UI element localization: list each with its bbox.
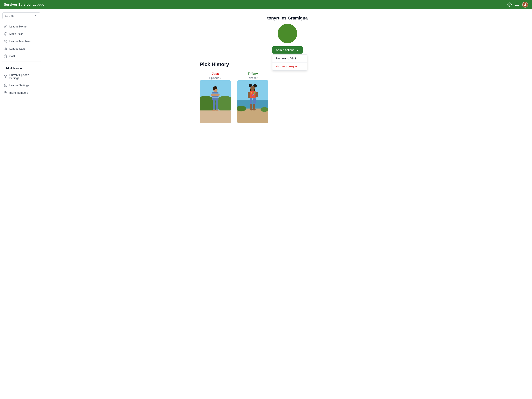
settings-icon[interactable] <box>507 3 512 7</box>
svg-point-8 <box>5 85 6 86</box>
svg-rect-49 <box>253 98 256 104</box>
pick-card-tiffany: Tiffany Episode 1 <box>237 72 268 123</box>
svg-rect-16 <box>200 110 231 123</box>
svg-point-19 <box>213 87 215 90</box>
pick-image-tiffany <box>237 80 268 123</box>
svg-point-44 <box>254 92 255 94</box>
bell-icon[interactable] <box>515 3 519 7</box>
sidebar-item-label: League Stats <box>9 47 25 50</box>
sidebar-item-league-stats[interactable]: League Stats <box>1 45 41 52</box>
sidebar-item-league-settings[interactable]: League Settings <box>1 82 41 89</box>
main-content: tonyrules Gramigna Admin Actions Promote… <box>43 9 532 399</box>
topnav-icons <box>507 2 528 8</box>
pick-episode-tiffany: Episode 1 <box>247 76 259 79</box>
admin-actions-dropdown: Promote to Admin Kick from League <box>272 54 307 71</box>
chevron-down-icon <box>35 14 38 17</box>
admin-actions-label: Admin Actions <box>276 48 294 52</box>
picks-grid: Jess Episode 2 <box>200 72 375 123</box>
svg-point-9 <box>5 91 6 93</box>
sidebar-item-label: Make Picks <box>9 32 23 35</box>
svg-point-43 <box>252 95 253 97</box>
svg-point-34 <box>260 107 268 112</box>
sidebar: SSL 46 League Home Make Picks League Mem… <box>0 9 43 399</box>
svg-point-53 <box>253 109 256 110</box>
sidebar-item-label: Invite Members <box>9 91 28 94</box>
sidebar-item-league-members[interactable]: League Members <box>1 38 41 45</box>
sidebar-item-label: League Members <box>9 40 31 43</box>
admin-section-label: Administration <box>1 64 41 71</box>
chevron-down-icon <box>296 49 299 52</box>
profile-section: tonyrules Gramigna Admin Actions Promote… <box>267 16 308 54</box>
cast-icon <box>4 54 7 58</box>
svg-rect-50 <box>250 104 252 109</box>
sidebar-item-label: Cast <box>9 55 15 58</box>
svg-rect-51 <box>253 104 255 109</box>
pick-episode-jess: Episode 2 <box>209 76 222 79</box>
kick-from-league-item[interactable]: Kick from League <box>272 63 307 70</box>
sidebar-item-cast[interactable]: Cast <box>1 53 41 60</box>
svg-rect-40 <box>250 91 256 98</box>
pick-history-section: Pick History Jess Episode 2 <box>200 61 375 123</box>
svg-rect-27 <box>216 100 218 110</box>
home-icon <box>4 25 7 28</box>
svg-point-2 <box>5 40 6 41</box>
svg-point-42 <box>253 94 254 95</box>
svg-point-0 <box>509 4 510 5</box>
svg-point-1 <box>525 3 526 5</box>
sidebar-item-label: League Settings <box>9 84 29 87</box>
sidebar-item-current-episode[interactable]: Current Episode Settings <box>1 72 41 81</box>
svg-point-47 <box>248 96 250 98</box>
pick-name-tiffany: Tiffany <box>248 72 258 76</box>
top-navigation: Survivor Survivor League <box>0 0 532 9</box>
sidebar-item-label: League Home <box>9 25 26 28</box>
sidebar-item-league-home[interactable]: League Home <box>1 23 41 30</box>
svg-point-41 <box>251 92 252 94</box>
app-title: Survivor Survivor League <box>4 3 44 7</box>
promote-to-admin-item[interactable]: Promote to Admin <box>272 55 307 62</box>
sidebar-divider <box>1 62 41 62</box>
league-selector[interactable]: SSL 46 <box>2 13 40 19</box>
profile-avatar <box>278 24 297 43</box>
svg-rect-46 <box>255 92 258 97</box>
pick-image-jess <box>200 80 231 123</box>
members-icon <box>4 39 7 43</box>
user-avatar[interactable] <box>522 2 528 8</box>
svg-rect-26 <box>213 100 215 110</box>
sidebar-nav: League Home Make Picks League Members Le… <box>0 23 43 96</box>
pick-card-jess: Jess Episode 2 <box>200 72 231 123</box>
profile-username: tonyrules Gramigna <box>267 16 308 21</box>
league-selector-label: SSL 46 <box>5 14 14 17</box>
svg-rect-48 <box>250 98 252 104</box>
picks-icon <box>4 32 7 36</box>
pick-name-jess: Jess <box>212 72 219 76</box>
admin-actions-container: Admin Actions Promote to Admin Kick from… <box>272 46 302 54</box>
svg-point-29 <box>215 109 218 111</box>
invite-icon <box>4 91 7 95</box>
sidebar-item-invite-members[interactable]: Invite Members <box>1 89 41 96</box>
trophy-icon <box>4 75 7 78</box>
sidebar-item-label: Current Episode Settings <box>9 73 39 80</box>
svg-rect-25 <box>211 94 220 96</box>
gear-icon <box>4 84 7 87</box>
svg-marker-6 <box>4 55 7 58</box>
stats-icon <box>4 47 7 51</box>
svg-point-52 <box>250 109 253 110</box>
admin-actions-button[interactable]: Admin Actions <box>272 46 302 54</box>
sidebar-item-make-picks[interactable]: Make Picks <box>1 30 41 37</box>
svg-point-28 <box>212 109 215 111</box>
